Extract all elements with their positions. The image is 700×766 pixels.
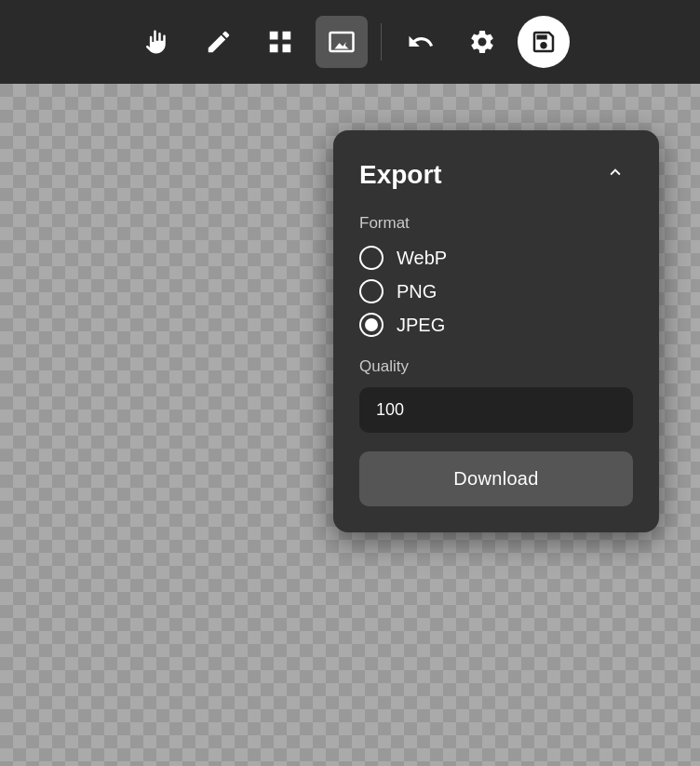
- undo-icon: [407, 28, 435, 56]
- quality-label: Quality: [359, 357, 633, 376]
- export-panel: Export Format WebP PNG JPEG Quality Down…: [333, 130, 659, 532]
- hand-tool[interactable]: [131, 16, 183, 68]
- toolbar: [0, 0, 700, 84]
- quality-input[interactable]: [359, 387, 633, 433]
- pencil-icon: [205, 28, 233, 56]
- save-icon: [530, 28, 558, 56]
- png-radio-circle: [359, 279, 384, 303]
- export-collapse-button[interactable]: [598, 158, 633, 192]
- save-tool[interactable]: [518, 16, 570, 68]
- chevron-up-icon: [605, 162, 626, 182]
- toolbar-divider: [381, 23, 382, 60]
- export-title: Export: [359, 160, 442, 190]
- png-label: PNG: [397, 281, 437, 302]
- jpeg-label: JPEG: [397, 315, 445, 336]
- image-tool[interactable]: [316, 16, 368, 68]
- settings-tool[interactable]: [456, 16, 508, 68]
- image-icon: [328, 28, 356, 56]
- format-webp-option[interactable]: WebP: [359, 246, 633, 270]
- format-png-option[interactable]: PNG: [359, 279, 633, 303]
- webp-radio-circle: [359, 246, 384, 270]
- undo-tool[interactable]: [395, 16, 447, 68]
- export-header: Export: [359, 158, 633, 192]
- format-radio-group: WebP PNG JPEG: [359, 246, 633, 337]
- jpeg-radio-circle: [359, 313, 384, 337]
- grid-tool[interactable]: [254, 16, 306, 68]
- format-label: Format: [359, 214, 633, 233]
- format-jpeg-option[interactable]: JPEG: [359, 313, 633, 337]
- pencil-tool[interactable]: [193, 16, 245, 68]
- hand-icon: [143, 28, 171, 56]
- webp-label: WebP: [397, 248, 447, 269]
- grid-icon: [266, 28, 294, 56]
- download-button[interactable]: Download: [359, 451, 633, 506]
- settings-icon: [468, 28, 496, 56]
